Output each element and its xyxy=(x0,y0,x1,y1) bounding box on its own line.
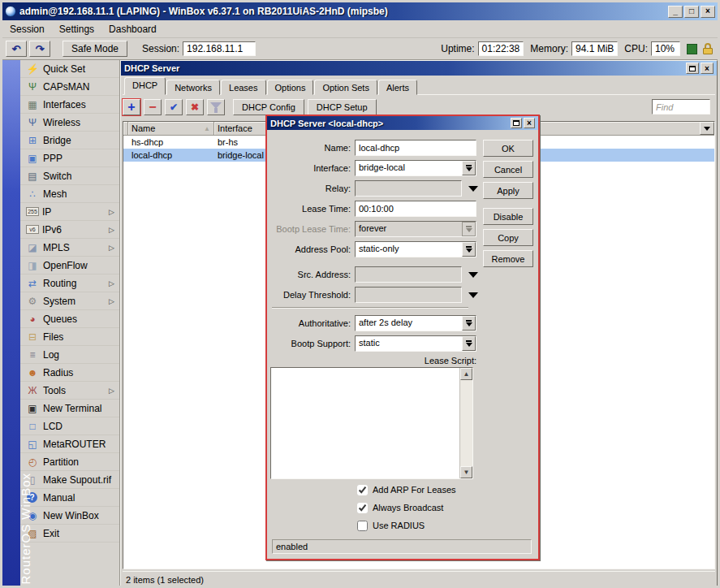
name-column-header[interactable]: Name▲ xyxy=(128,122,214,135)
sidebar-item-ppp[interactable]: ▣ PPP xyxy=(20,149,119,167)
disable-items-button[interactable]: ✖ xyxy=(186,99,204,115)
src-address-dropdown[interactable] xyxy=(355,266,462,283)
column-select-button[interactable] xyxy=(700,122,714,135)
tab-networks[interactable]: Networks xyxy=(166,80,220,95)
chevron-down-icon xyxy=(704,127,710,131)
menu-dashboard[interactable]: Dashboard xyxy=(101,21,164,37)
sidebar-item-switch[interactable]: ▤ Switch xyxy=(20,167,119,185)
remove-button[interactable]: Remove xyxy=(483,250,533,267)
interface-dropdown[interactable]: bridge-local xyxy=(355,160,476,176)
lease-script-textarea[interactable]: ▲ ▼ xyxy=(270,367,473,479)
close-button[interactable]: × xyxy=(701,6,715,18)
sidebar-item-exit[interactable]: ▨ Exit xyxy=(20,525,119,543)
delay-threshold-field-row: Delay Threshold: xyxy=(270,287,533,303)
tab-leases[interactable]: Leases xyxy=(221,80,265,95)
tab-option-sets[interactable]: Option Sets xyxy=(314,80,377,95)
name-input[interactable] xyxy=(355,140,476,156)
scrollbar[interactable]: ▲ ▼ xyxy=(459,368,472,478)
bootp-support-dropdown[interactable]: static xyxy=(355,335,476,352)
tab-options[interactable]: Options xyxy=(267,80,314,95)
sidebar-item-metarouter[interactable]: ◱ MetaROUTER xyxy=(20,435,119,453)
tab-alerts[interactable]: Alerts xyxy=(378,80,417,95)
remove-button[interactable]: − xyxy=(144,99,162,115)
sidebar-item-manual[interactable]: ? Manual xyxy=(20,489,119,507)
menu-settings[interactable]: Settings xyxy=(52,21,101,37)
sidebar-item-log[interactable]: ≡ Log xyxy=(20,346,119,364)
session-value[interactable]: 192.168.11.1 xyxy=(183,41,256,56)
maximize-button[interactable]: □ xyxy=(684,6,699,18)
sidebar-item-openflow[interactable]: ◨ OpenFlow xyxy=(20,257,119,275)
scroll-up-icon[interactable]: ▲ xyxy=(460,368,472,380)
dialog-buttons: OK Cancel Apply Disable Copy Remove xyxy=(483,140,533,271)
interface-label: Interface: xyxy=(270,163,355,173)
apply-button[interactable]: Apply xyxy=(483,182,533,199)
menu-session[interactable]: Session xyxy=(2,21,52,37)
dropdown-arrow-icon[interactable] xyxy=(462,242,476,257)
copy-button[interactable]: Copy xyxy=(483,229,533,246)
address-pool-dropdown[interactable]: static-only xyxy=(355,241,476,257)
sidebar-item-partition[interactable]: ◴ Partition xyxy=(20,453,119,471)
sidebar-item-new-winbox[interactable]: ◉ New WinBox xyxy=(20,507,119,525)
sidebar-item-tools[interactable]: Ж Tools ▷ xyxy=(20,382,119,400)
restore-button[interactable] xyxy=(686,63,699,74)
dropdown-arrow-icon[interactable] xyxy=(462,336,476,351)
sidebar-item-mesh[interactable]: ∴ Mesh xyxy=(20,185,119,203)
sidebar-item-lcd[interactable]: □ LCD xyxy=(20,417,119,435)
dialog-restore-button[interactable] xyxy=(511,118,522,128)
redo-icon[interactable]: ↷ xyxy=(29,41,50,57)
session-label: Session: xyxy=(142,43,179,54)
sidebar-item-files[interactable]: ⊟ Files xyxy=(20,328,119,346)
dropdown-arrow-icon[interactable] xyxy=(468,186,478,192)
add-button[interactable]: + xyxy=(123,99,140,115)
sidebar-item-system[interactable]: ⚙ System ▷ xyxy=(20,292,119,310)
enable-button[interactable]: ✔ xyxy=(165,99,183,115)
add-arp-checkbox[interactable] xyxy=(357,485,368,495)
lcd-monitor-icon: □ xyxy=(25,421,40,432)
sidebar-item-ipv6[interactable]: v6 IPv6 ▷ xyxy=(20,221,119,239)
dropdown-arrow-icon[interactable] xyxy=(468,272,478,278)
always-broadcast-checkbox[interactable] xyxy=(357,503,368,513)
always-broadcast-label[interactable]: Always Broadcast xyxy=(373,503,443,512)
sidebar-item-wireless[interactable]: Ψ Wireless xyxy=(20,114,119,132)
use-radius-checkbox[interactable] xyxy=(357,521,368,531)
find-input[interactable] xyxy=(652,99,710,115)
tab-dhcp[interactable]: DHCP xyxy=(124,77,166,95)
sidebar-item-queues[interactable]: ◕ Queues xyxy=(20,310,119,328)
sidebar-item-bridge[interactable]: ⊞ Bridge xyxy=(20,132,119,149)
authoritative-dropdown[interactable]: after 2s delay xyxy=(355,315,476,331)
use-radius-label[interactable]: Use RADIUS xyxy=(373,521,425,530)
terminal-icon: ▣ xyxy=(25,403,40,414)
tools-icon: Ж xyxy=(25,385,40,396)
safe-mode-button[interactable]: Safe Mode xyxy=(63,41,127,57)
dhcp-config-button[interactable]: DHCP Config xyxy=(233,99,304,115)
sidebar-item-mpls[interactable]: ◪ MPLS ▷ xyxy=(20,239,119,257)
filter-button[interactable] xyxy=(207,99,225,115)
dropdown-arrow-icon[interactable] xyxy=(468,292,478,298)
cancel-button[interactable]: Cancel xyxy=(483,161,533,178)
scroll-down-icon[interactable]: ▼ xyxy=(460,466,472,478)
minimize-button[interactable]: _ xyxy=(668,6,683,18)
dhcp-server-window: DHCP Server × DHCP Networks Leases Optio… xyxy=(120,60,718,588)
undo-icon[interactable]: ↶ xyxy=(6,41,27,57)
sidebar-item-new-terminal[interactable]: ▣ New Terminal xyxy=(20,400,119,417)
disable-button[interactable]: Disable xyxy=(483,208,533,225)
close-dhcp-window-button[interactable]: × xyxy=(701,63,714,74)
sidebar-item-make-supout[interactable]: ▯ Make Supout.rif xyxy=(20,471,119,489)
sidebar-item-interfaces[interactable]: ▦ Interfaces xyxy=(20,96,119,114)
relay-dropdown[interactable] xyxy=(355,180,462,197)
bootp-lease-time-dropdown[interactable]: forever xyxy=(355,221,476,237)
sidebar-item-routing[interactable]: ⇄ Routing ▷ xyxy=(20,275,119,292)
sidebar-item-capsman[interactable]: Ψ CAPsMAN xyxy=(20,78,119,96)
sidebar-item-quick-set[interactable]: ⚡ Quick Set xyxy=(20,60,119,78)
dropdown-arrow-icon[interactable] xyxy=(462,161,476,175)
add-arp-label[interactable]: Add ARP For Leases xyxy=(373,485,456,495)
dhcp-setup-button[interactable]: DHCP Setup xyxy=(308,99,377,115)
dropdown-arrow-icon[interactable] xyxy=(462,316,476,331)
routing-arrows-icon: ⇄ xyxy=(25,278,40,289)
delay-threshold-dropdown[interactable] xyxy=(355,287,462,303)
lease-time-input[interactable] xyxy=(355,201,476,217)
dialog-close-button[interactable]: × xyxy=(524,118,535,128)
sidebar-item-radius[interactable]: ☻ Radius xyxy=(20,364,119,382)
sidebar-item-ip[interactable]: 255 IP ▷ xyxy=(20,203,119,221)
ok-button[interactable]: OK xyxy=(483,140,533,157)
